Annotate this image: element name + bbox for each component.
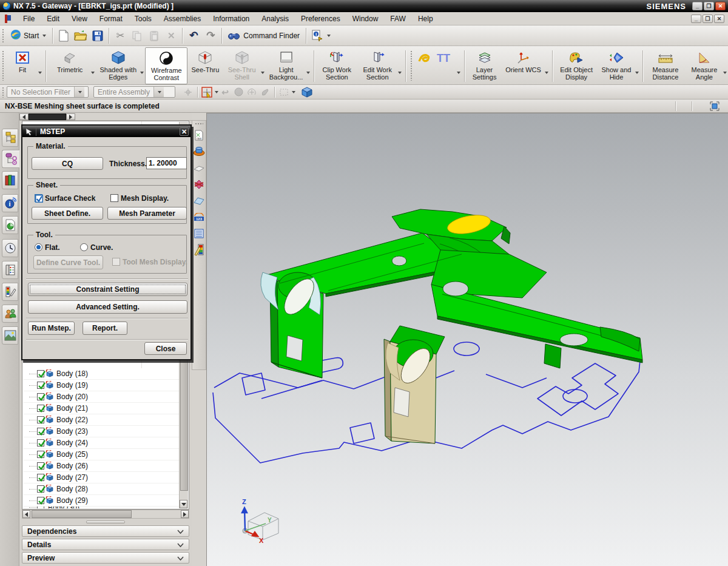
tree-row-body-25[interactable]: Body (25)	[23, 449, 180, 460]
toolbar-grip[interactable]	[2, 50, 5, 81]
visibility-checkbox[interactable]	[37, 405, 44, 412]
start-button[interactable]: Start	[7, 28, 50, 43]
show-and-hide-dropdown-icon[interactable]	[635, 72, 639, 74]
roles-tab[interactable]	[2, 305, 18, 323]
edit-work-section-dropdown-icon[interactable]	[398, 72, 402, 74]
info-dropdown-icon[interactable]	[327, 35, 331, 37]
visibility-checkbox[interactable]	[37, 497, 44, 504]
color-map-button[interactable]	[193, 244, 205, 256]
toolbar-grip[interactable]	[2, 87, 5, 98]
visibility-checkbox[interactable]	[37, 507, 44, 509]
visibility-checkbox[interactable]	[37, 462, 44, 470]
mdi-minimize-button[interactable]: _	[691, 15, 701, 23]
new-button[interactable]	[55, 28, 72, 44]
clip-work-section-button[interactable]: Clip Work Section	[317, 47, 357, 84]
toolbar-grip[interactable]	[195, 123, 203, 125]
assembly-navigator-tab[interactable]	[2, 129, 18, 147]
scroll-right-button[interactable]	[66, 113, 75, 120]
light-background-button[interactable]: Light Backgrou...	[266, 47, 307, 84]
visibility-checkbox[interactable]	[37, 393, 44, 400]
light-background-dropdown-icon[interactable]	[306, 72, 310, 74]
measure-angle-button[interactable]: Measure Angle	[686, 47, 723, 84]
visibility-checkbox[interactable]	[37, 439, 44, 446]
scroll-left-button[interactable]	[19, 113, 29, 120]
open-button[interactable]	[72, 28, 89, 44]
materials-tab[interactable]	[2, 283, 18, 301]
horizontal-scrollbar[interactable]	[22, 510, 189, 519]
mesh-display-checkbox[interactable]	[110, 194, 118, 202]
mdi-close-button[interactable]: ✕	[714, 15, 724, 23]
tree-row-body-24[interactable]: Body (24)	[23, 437, 180, 449]
toolbar-grip[interactable]	[2, 29, 5, 43]
tree-row-body-18[interactable]: Body (18)	[23, 368, 180, 380]
faw-dropdown-icon[interactable]	[457, 72, 460, 74]
edit-object-display-button[interactable]: Edit Object Display	[555, 47, 598, 84]
show-and-hide-button[interactable]: Show and Hide	[598, 47, 635, 84]
menu-analysis[interactable]: Analysis	[255, 13, 295, 24]
constraint-setting-button[interactable]: Constraint Setting	[28, 283, 187, 296]
undo-button[interactable]: ↶	[185, 28, 202, 44]
flat-radio[interactable]	[35, 243, 42, 251]
sheet-define-button[interactable]: Sheet Define.	[32, 207, 103, 220]
flat-sheet-button[interactable]	[193, 162, 205, 174]
information-report-button[interactable]: i	[309, 28, 326, 44]
scroll-left-button[interactable]	[22, 510, 30, 518]
run-mstep-button[interactable]: Run Mstep.	[28, 322, 75, 335]
details-panel-header[interactable]: Details	[22, 539, 189, 550]
restore-button[interactable]: ❐	[704, 2, 714, 10]
tree-row-body-19[interactable]: Body (19)	[23, 380, 180, 391]
measure-angle-dropdown-icon[interactable]	[723, 72, 727, 74]
orient-wcs-button[interactable]: Orient WCS	[502, 47, 545, 84]
tree-row-body-27[interactable]: Body (27)	[23, 472, 180, 483]
panel-splitter-handle[interactable]	[86, 521, 125, 524]
selection-scope-dropdown[interactable]: Entire Assembly	[93, 86, 175, 98]
fit-button[interactable]: Fit	[7, 47, 39, 84]
scroll-down-button[interactable]	[180, 500, 187, 508]
mstep-title-bar[interactable]: MSTEP ✕	[22, 126, 190, 137]
menu-view[interactable]: View	[66, 13, 93, 24]
tree-row-body-26[interactable]: Body (26)	[23, 460, 180, 472]
trimetric-dropdown-icon[interactable]	[91, 72, 95, 74]
fit-view-icon[interactable]	[709, 101, 721, 112]
visibility-checkbox[interactable]	[37, 451, 44, 458]
shaded-with-edges-button[interactable]: Shaded with Edges	[96, 47, 140, 84]
menu-window[interactable]: Window	[346, 13, 385, 24]
trimetric-button[interactable]: Trimetric	[49, 47, 91, 84]
tree-row-body-21[interactable]: Body (21)	[23, 403, 180, 414]
tree-row-body-30-clipped[interactable]: Body (30)	[23, 507, 180, 509]
tree-row-body-29[interactable]: Body (29)	[23, 495, 180, 507]
process-studio-tab[interactable]	[2, 261, 18, 279]
shaded-dropdown-icon[interactable]	[140, 72, 144, 74]
mesh-parameter-button[interactable]: Mesh Parameter	[107, 207, 187, 220]
hd3d-tools-tab[interactable]	[2, 216, 18, 234]
measure-distance-button[interactable]: Measure Distance	[645, 47, 686, 84]
advanced-setting-button[interactable]: Advanced Setting.	[28, 300, 187, 314]
menu-format[interactable]: Format	[93, 13, 129, 24]
report-list-button[interactable]	[193, 227, 205, 240]
orient-wcs-dropdown-icon[interactable]	[545, 72, 548, 74]
see-thru-button[interactable]: See-Thru	[187, 47, 223, 84]
boss-feature-button[interactable]	[193, 146, 205, 158]
toolbar-grip[interactable]	[410, 50, 413, 81]
mstep-close-icon[interactable]: ✕	[180, 127, 189, 136]
curve-radio[interactable]	[80, 243, 88, 251]
wireframe-contrast-button[interactable]: Wireframe Contrast	[145, 47, 187, 84]
scene-gallery-tab[interactable]	[2, 326, 18, 345]
menu-file[interactable]: File	[17, 13, 41, 24]
close-dialog-button[interactable]: Close	[144, 342, 187, 355]
shaded-cube-icon[interactable]	[301, 87, 313, 98]
menu-assemblies[interactable]: Assemblies	[158, 13, 207, 24]
faw-forming-button[interactable]	[415, 47, 434, 84]
tree-row-body-20[interactable]: Body (20)	[23, 391, 180, 403]
dropdown-arrow-icon[interactable]	[74, 87, 84, 97]
edit-work-section-button[interactable]: Edit Work Section	[357, 47, 398, 84]
web-browser-tab[interactable]: i	[2, 194, 18, 212]
sheet-surface-button[interactable]	[193, 195, 205, 207]
history-tab[interactable]	[2, 239, 18, 257]
tree-row-body-23[interactable]: Body (23)	[23, 426, 180, 437]
see-thru-shell-dropdown-icon[interactable]	[261, 72, 265, 74]
menu-tools[interactable]: Tools	[129, 13, 158, 24]
cross-section-planes-button[interactable]	[193, 178, 205, 190]
horizontal-scroll-thumb[interactable]	[32, 510, 132, 518]
visibility-checkbox[interactable]	[37, 474, 44, 481]
